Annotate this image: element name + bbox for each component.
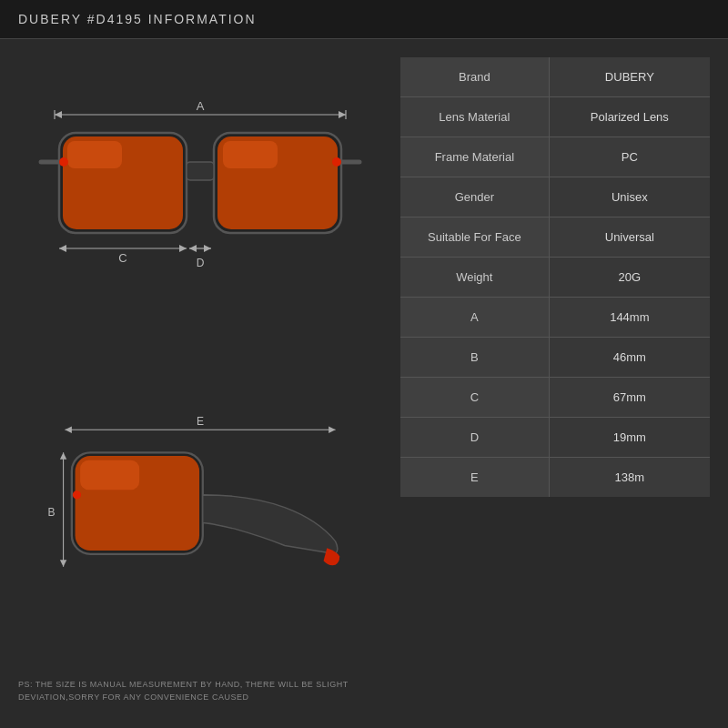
svg-marker-30: [60, 453, 66, 460]
svg-marker-19: [179, 245, 187, 252]
table-row: Lens MaterialPolarized Lens: [400, 97, 710, 137]
svg-rect-11: [223, 141, 278, 168]
spec-value: 144mm: [549, 298, 710, 338]
side-view-svg: E B: [27, 398, 373, 634]
spec-value: PC: [549, 137, 710, 177]
table-row: C67mm: [400, 378, 710, 418]
svg-text:D: D: [197, 257, 205, 269]
spec-value: Unisex: [549, 177, 710, 217]
svg-marker-23: [204, 245, 211, 252]
spec-value: 67mm: [549, 378, 710, 418]
svg-text:B: B: [48, 506, 56, 519]
table-row: BrandDUBERY: [400, 57, 710, 97]
svg-marker-3: [55, 111, 62, 118]
svg-text:E: E: [197, 415, 204, 428]
spec-label: C: [400, 378, 549, 418]
spec-label: B: [400, 338, 549, 378]
svg-marker-22: [189, 245, 197, 252]
spec-label: Weight: [400, 258, 549, 298]
spec-label: A: [400, 298, 549, 338]
svg-point-36: [73, 490, 81, 499]
right-panel: BrandDUBERYLens MaterialPolarized LensFr…: [400, 57, 710, 707]
spec-value: DUBERY: [549, 57, 710, 97]
left-panel: A: [18, 57, 382, 707]
table-row: Suitable For FaceUniversal: [400, 217, 710, 258]
table-row: GenderUnisex: [400, 177, 710, 217]
spec-label: Frame Material: [400, 137, 549, 177]
svg-rect-8: [67, 141, 122, 168]
side-view-diagram: E B: [18, 367, 382, 667]
svg-point-16: [332, 157, 341, 167]
front-view-diagram: A: [18, 57, 382, 358]
table-row: A144mm: [400, 298, 710, 338]
header: DUBERY #D4195 INFORMATION: [0, 0, 728, 39]
svg-rect-12: [187, 162, 214, 180]
specs-table: BrandDUBERYLens MaterialPolarized LensFr…: [400, 57, 710, 497]
table-row: Frame MaterialPC: [400, 137, 710, 177]
svg-marker-31: [60, 561, 66, 567]
spec-label: E: [400, 458, 549, 498]
page-title: DUBERY #D4195 INFORMATION: [18, 12, 257, 26]
spec-label: Suitable For Face: [400, 217, 549, 258]
svg-text:C: C: [118, 251, 126, 265]
svg-text:A: A: [197, 99, 205, 113]
spec-label: D: [400, 418, 549, 458]
table-row: B46mm: [400, 338, 710, 378]
svg-rect-35: [80, 460, 139, 490]
spec-label: Lens Material: [400, 97, 549, 137]
table-row: Weight20G: [400, 258, 710, 298]
spec-value: 20G: [549, 258, 710, 298]
main-content: A: [0, 39, 728, 725]
spec-value: Universal: [549, 217, 710, 258]
spec-value: 138m: [549, 458, 710, 498]
table-row: D19mm: [400, 418, 710, 458]
spec-label: Gender: [400, 177, 549, 217]
svg-marker-4: [339, 111, 346, 118]
spec-value: Polarized Lens: [549, 97, 710, 137]
table-row: E138m: [400, 458, 710, 498]
spec-value: 46mm: [549, 338, 710, 378]
svg-point-15: [59, 157, 68, 167]
spec-label: Brand: [400, 57, 549, 97]
spec-value: 19mm: [549, 418, 710, 458]
ps-note: PS: THE SIZE IS MANUAL MEASUREMENT BY HA…: [18, 675, 382, 707]
svg-marker-18: [59, 245, 66, 252]
front-view-svg: A: [27, 80, 373, 335]
svg-marker-26: [65, 427, 71, 433]
svg-marker-27: [329, 427, 335, 433]
